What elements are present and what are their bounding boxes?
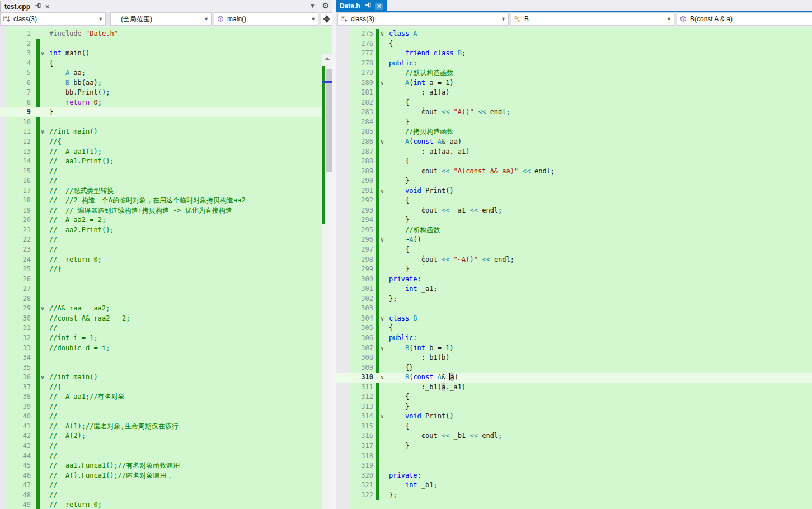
code-line[interactable]: 19// // 编译器遇到连续构造+拷贝构造 -> 优化为直接构造 — [0, 206, 332, 216]
code-line[interactable]: 314∨ void Print() — [336, 412, 812, 422]
code-line[interactable]: 34 — [0, 353, 332, 363]
code-line[interactable]: 27 — [0, 284, 332, 294]
code-line[interactable]: 295 //析构函数 — [336, 225, 812, 235]
code-line[interactable]: 47// — [0, 480, 332, 491]
code-line[interactable]: 17// //隐式类型转换 — [0, 186, 332, 196]
code-line[interactable]: 49// return 0; — [0, 500, 332, 509]
code-line[interactable]: 277 friend class B; — [336, 49, 812, 59]
code-line[interactable]: 33//double d = i; — [0, 343, 332, 354]
code-line[interactable]: 300private: — [336, 275, 812, 285]
code-line[interactable]: 279 //默认构造函数 — [336, 68, 812, 78]
fold-collapse-icon[interactable]: ∨ — [381, 343, 389, 354]
code-line[interactable]: 322}; — [336, 491, 812, 501]
project-scope-dropdown[interactable]: class(3) ▼ — [337, 12, 509, 26]
code-line[interactable]: 309 {} — [336, 363, 812, 373]
fold-collapse-icon[interactable]: ∨ — [381, 78, 389, 88]
code-line[interactable]: 315 { — [336, 422, 812, 432]
code-line[interactable]: 3∨int main() — [0, 49, 332, 59]
code-line[interactable]: 15// — [0, 167, 332, 177]
code-line[interactable]: 276{ — [336, 39, 812, 49]
code-line[interactable]: 45// aa1.Funca1();//有名对象函数调用 — [0, 461, 332, 471]
code-line[interactable]: 30//const A& raa2 = 2; — [0, 314, 332, 324]
code-line[interactable]: 42// A(2); — [0, 431, 332, 441]
code-line[interactable]: 303 — [336, 304, 812, 314]
code-line[interactable]: 9} — [0, 107, 332, 117]
code-line[interactable]: 302}; — [336, 294, 812, 304]
fold-collapse-icon[interactable]: ∨ — [381, 235, 389, 245]
code-line[interactable]: 39// — [0, 402, 332, 412]
fold-collapse-icon[interactable]: ∨ — [381, 412, 389, 422]
code-line[interactable]: 20// A aa2 = 2; — [0, 215, 332, 225]
code-line[interactable]: 36∨//int main() — [0, 373, 332, 383]
code-line[interactable]: 41// A(1);//匿名对象,生命周期仅在该行 — [0, 422, 332, 432]
code-line[interactable]: 6 B bb(aa); — [0, 78, 332, 88]
code-line[interactable]: 26 — [0, 275, 332, 285]
code-line[interactable]: 307∨ B(int b = 1) — [336, 343, 812, 354]
code-line[interactable]: 297 { — [336, 245, 812, 255]
code-line[interactable]: 287 :_a1(aa._a1) — [336, 147, 812, 157]
code-line[interactable]: 289 cout << "A(const A& aa)" << endl; — [336, 167, 812, 177]
code-line[interactable]: 312 { — [336, 392, 812, 402]
code-line[interactable]: 46// A().Funca1();//匿名对象调用， — [0, 471, 332, 481]
code-line[interactable]: 304∨class B — [336, 314, 812, 324]
code-editor-dateh[interactable]: 275∨class A276{277 friend class B;278pub… — [336, 27, 812, 509]
code-line[interactable]: 23// — [0, 245, 332, 255]
code-line[interactable]: 10 — [0, 117, 332, 128]
code-line[interactable]: 308 :_b1(b) — [336, 353, 812, 363]
code-line[interactable]: 291∨ void Print() — [336, 186, 812, 196]
close-icon[interactable]: ✕ — [375, 3, 383, 10]
code-line[interactable]: 16// — [0, 176, 332, 186]
pin-icon[interactable] — [364, 1, 372, 11]
code-line[interactable]: 4{ — [0, 59, 332, 69]
code-line[interactable]: 275∨class A — [336, 29, 812, 39]
code-line[interactable]: 310∨ B(const A& a) — [336, 373, 812, 383]
code-line[interactable]: 18// //2 构造一个A的临时对象，在用这个临时对象拷贝构造aa2 — [0, 196, 332, 206]
code-line[interactable]: 28 — [0, 294, 332, 304]
code-line[interactable]: 12//{ — [0, 137, 332, 147]
vertical-scrollbar[interactable] — [322, 54, 332, 509]
code-line[interactable]: 11∨//int main() — [0, 127, 332, 137]
fold-collapse-icon[interactable]: ∨ — [381, 29, 389, 39]
code-line[interactable]: 22// — [0, 235, 332, 245]
code-line[interactable]: 305{ — [336, 323, 812, 333]
code-line[interactable]: 38// A aa1;//有名对象 — [0, 392, 332, 402]
fold-collapse-icon[interactable]: ∨ — [381, 373, 389, 383]
scrollbar-thumb[interactable] — [326, 69, 332, 172]
code-line[interactable]: 290 } — [336, 176, 812, 186]
code-line[interactable]: 5 A aa; — [0, 68, 332, 78]
code-line[interactable]: 311 :_b1(a._a1) — [336, 383, 812, 393]
fold-collapse-icon[interactable]: ∨ — [41, 49, 49, 59]
code-line[interactable]: 292 { — [336, 196, 812, 206]
code-line[interactable]: 317 } — [336, 441, 812, 451]
fold-collapse-icon[interactable]: ∨ — [381, 137, 389, 147]
pin-icon[interactable] — [34, 2, 41, 12]
code-line[interactable]: 1#include "Date.h" — [0, 29, 332, 39]
scroll-up-arrow-icon[interactable] — [325, 57, 330, 60]
gear-icon[interactable]: ⚙ — [322, 1, 329, 10]
code-line[interactable]: 301 int _a1; — [336, 284, 812, 294]
fold-collapse-icon[interactable]: ∨ — [381, 314, 389, 324]
chevron-down-icon[interactable]: ▼ — [310, 3, 316, 9]
code-line[interactable]: 321 int _b1; — [336, 480, 812, 491]
code-line[interactable]: 32//int i = 1; — [0, 333, 332, 343]
close-icon[interactable]: ✕ — [45, 4, 50, 10]
code-line[interactable]: 298 cout << "~A()" << endl; — [336, 255, 812, 265]
code-line[interactable]: 29∨//A& raa = aa2; — [0, 304, 332, 314]
fold-collapse-icon[interactable]: ∨ — [41, 127, 49, 137]
code-line[interactable]: 278public: — [336, 59, 812, 69]
code-line[interactable]: 7 bb.Print(); — [0, 88, 332, 98]
member-dropdown[interactable]: B(const A & a) — [677, 12, 812, 26]
code-line[interactable]: 281 :_a1(a) — [336, 88, 812, 98]
code-line[interactable]: 318 — [336, 451, 812, 461]
code-line[interactable]: 2 — [0, 39, 332, 49]
code-line[interactable]: 21// aa2.Print(); — [0, 225, 332, 235]
toggle-navbar-button[interactable] — [321, 12, 332, 26]
code-line[interactable]: 280∨ A(int a = 1) — [336, 78, 812, 88]
member-dropdown[interactable]: main() ▼ — [214, 12, 318, 26]
code-line[interactable]: 316 cout << _b1 << endl; — [336, 431, 812, 441]
code-line[interactable]: 37//{ — [0, 383, 332, 393]
code-line[interactable]: 40// — [0, 412, 332, 422]
code-line[interactable]: 285 //拷贝构造函数 — [336, 127, 812, 137]
code-line[interactable]: 24// return 0; — [0, 255, 332, 265]
fold-collapse-icon[interactable]: ∨ — [381, 186, 389, 196]
